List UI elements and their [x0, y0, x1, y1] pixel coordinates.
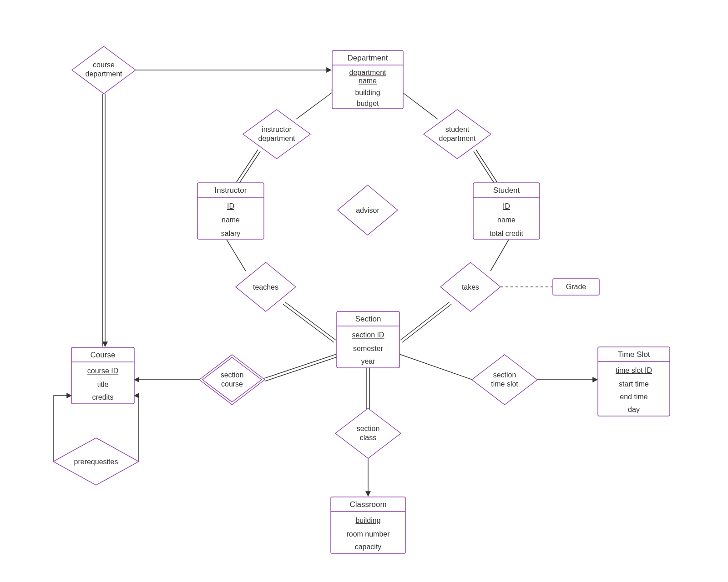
- svg-text:Department: Department: [348, 54, 388, 62]
- svg-text:prerequesites: prerequesites: [74, 458, 118, 466]
- svg-text:year: year: [361, 357, 375, 365]
- edge-studdept-to-student-a: [476, 150, 497, 182]
- svg-text:Instructor: Instructor: [215, 186, 247, 195]
- entity-section: Section section ID semester year: [337, 311, 399, 368]
- svg-text:advisor: advisor: [356, 206, 379, 214]
- entity-student: Student ID name total credit: [473, 183, 540, 239]
- edge-sectioncourse-to-section-b: [265, 357, 337, 381]
- entity-department: Department department name building budg…: [332, 50, 403, 109]
- svg-text:class: class: [360, 434, 376, 442]
- rel-instructor-department: instructor department: [243, 110, 310, 159]
- svg-text:Course: Course: [91, 351, 116, 359]
- edge-teaches-to-instructor: [227, 240, 246, 271]
- rel-section-class: section class: [335, 408, 401, 458]
- svg-text:name: name: [359, 77, 377, 85]
- svg-marker-22: [335, 408, 401, 458]
- edge-studdept-to-department: [398, 89, 438, 119]
- svg-text:department: department: [258, 135, 295, 142]
- svg-text:section: section: [493, 371, 516, 379]
- svg-text:title: title: [97, 381, 109, 388]
- svg-text:takes: takes: [462, 283, 479, 291]
- edge-instdept-to-instructor-b: [239, 151, 260, 184]
- rel-course-department: course department: [72, 46, 136, 94]
- svg-text:Classroom: Classroom: [349, 500, 386, 509]
- svg-marker-19: [472, 355, 537, 405]
- svg-text:start time: start time: [619, 380, 649, 388]
- svg-text:student: student: [445, 125, 470, 133]
- edge-takes-to-student: [490, 240, 509, 271]
- entity-grade: Grade: [553, 279, 599, 295]
- rel-section-course: section course: [199, 355, 265, 405]
- edge-prereq-to-course-right: [128, 396, 138, 462]
- svg-text:name: name: [222, 216, 240, 224]
- edge-takes-to-section-a: [400, 302, 450, 340]
- svg-text:end time: end time: [620, 393, 647, 401]
- edge-sectioncourse-to-section-a: [264, 354, 336, 378]
- svg-text:capacity: capacity: [355, 543, 382, 551]
- edge-takes-to-section-b: [402, 304, 451, 342]
- svg-text:credits: credits: [92, 393, 113, 401]
- svg-text:total credit: total credit: [490, 230, 523, 237]
- svg-text:course: course: [221, 380, 243, 388]
- svg-text:teaches: teaches: [253, 283, 278, 291]
- edge-teaches-to-section-b: [283, 304, 334, 342]
- svg-text:time slot ID: time slot ID: [616, 366, 652, 374]
- svg-marker-16: [202, 357, 262, 402]
- edge-teaches-to-section-a: [285, 302, 336, 340]
- svg-marker-6: [424, 110, 491, 159]
- svg-text:building: building: [355, 89, 380, 96]
- entity-classroom: Classroom building room number capacity: [331, 497, 405, 553]
- rel-prerequisites: prerequesites: [53, 438, 139, 485]
- svg-text:ID: ID: [503, 202, 510, 210]
- svg-text:name: name: [497, 216, 516, 224]
- rel-student-department: student department: [424, 110, 491, 159]
- svg-text:section ID: section ID: [352, 331, 384, 339]
- svg-text:department: department: [439, 135, 476, 142]
- rel-section-timeslot: section time slot: [472, 355, 537, 405]
- svg-text:semester: semester: [353, 345, 383, 352]
- entity-course: Course course ID title credits: [71, 347, 134, 404]
- svg-marker-3: [243, 110, 310, 159]
- svg-text:Student: Student: [493, 186, 520, 195]
- attr-department-key: department: [349, 69, 386, 76]
- edge-instdept-to-department: [296, 89, 337, 119]
- edge-sectiontime-to-section: [399, 354, 472, 380]
- svg-text:Time Slot: Time Slot: [617, 350, 650, 359]
- svg-text:Section: Section: [355, 315, 381, 323]
- svg-text:Grade: Grade: [566, 283, 586, 291]
- svg-text:time slot: time slot: [491, 380, 518, 388]
- svg-text:salary: salary: [221, 230, 241, 237]
- svg-text:day: day: [628, 406, 640, 413]
- svg-text:building: building: [355, 517, 380, 524]
- svg-text:course: course: [93, 61, 115, 69]
- svg-text:ID: ID: [227, 202, 234, 210]
- svg-text:room number: room number: [346, 530, 390, 538]
- svg-text:instructor: instructor: [262, 125, 292, 133]
- svg-text:section: section: [357, 425, 380, 432]
- edge-studdept-to-student-b: [474, 151, 495, 184]
- entity-instructor: Instructor ID name salary: [197, 183, 264, 239]
- svg-text:department: department: [86, 70, 122, 78]
- entity-timeslot: Time Slot time slot ID start time end ti…: [598, 347, 670, 416]
- edge-instdept-to-instructor-a: [237, 150, 258, 182]
- svg-text:budget: budget: [357, 100, 379, 107]
- svg-text:section: section: [221, 371, 244, 379]
- rel-advisor: advisor: [338, 185, 398, 235]
- edge-prereq-to-course-left: [54, 396, 71, 462]
- svg-text:course ID: course ID: [87, 367, 118, 375]
